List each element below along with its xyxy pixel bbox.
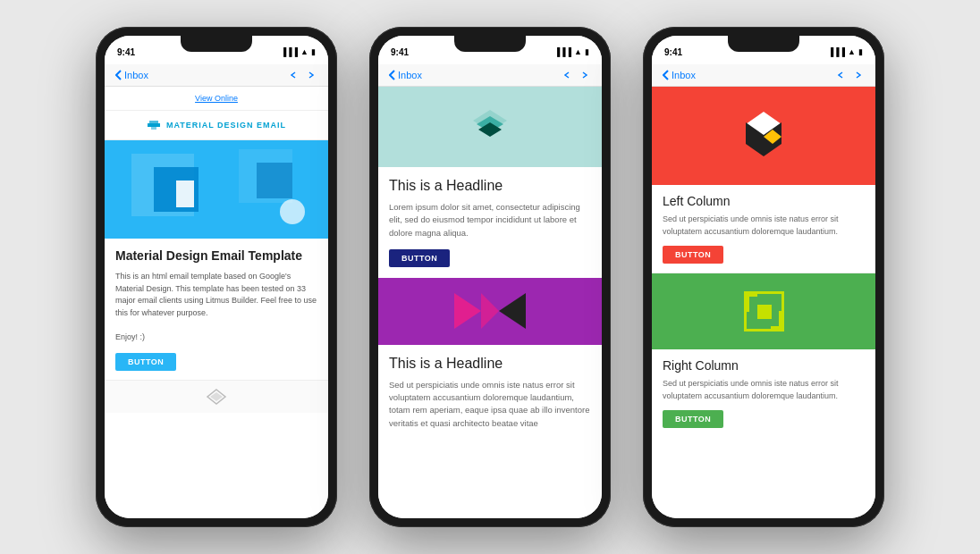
notch-2 (454, 36, 526, 52)
phone-2-nav-bar: Inbox (378, 64, 602, 87)
phone-2-status-icons: ▐▐▐ ▲ ▮ (554, 47, 589, 56)
phone-2-hero-teal (378, 87, 602, 167)
phone-1-screen: 9:41 ▐▐▐ ▲ ▮ Inbox View Online (105, 36, 328, 518)
phone-3-right-button[interactable]: BUTTON (663, 410, 723, 428)
signal-icon-2: ▐▐▐ (554, 47, 571, 56)
svg-rect-2 (151, 126, 156, 130)
svg-rect-1 (149, 121, 158, 124)
battery-icon-2: ▮ (585, 47, 589, 56)
signal-icon: ▐▐▐ (281, 47, 298, 56)
phone-3-nav-arrows (834, 70, 865, 80)
box-icon-red (732, 105, 795, 167)
svg-rect-25 (757, 305, 772, 319)
phone-1-footer (105, 380, 328, 413)
notch (181, 36, 252, 52)
phone-3-status-bar: 9:41 ▐▐▐ ▲ ▮ (652, 36, 875, 64)
phone-2-section1: This is a Headline Lorem ipsum dolor sit… (378, 167, 602, 278)
phone-1: 9:41 ▐▐▐ ▲ ▮ Inbox View Online (96, 27, 337, 527)
hero-shapes-svg (105, 140, 328, 239)
wifi-icon-3: ▲ (848, 47, 856, 56)
phone-1-time: 9:41 (117, 47, 135, 57)
phone-3-back-label: Inbox (672, 70, 696, 80)
brand-title: MATERIAL DESIGN EMAIL (166, 121, 286, 130)
phone-3-left-headline: Left Column (663, 194, 865, 208)
phone-2-hero-purple (378, 278, 602, 345)
phone-3-left-button[interactable]: BUTTON (663, 246, 723, 264)
phone-2-body1: Lorem ipsum dolor sit amet, consectetur … (389, 201, 591, 239)
phone-1-status-icons: ▐▐▐ ▲ ▮ (281, 47, 316, 56)
footer-logo (203, 388, 230, 406)
phone-3-status-icons: ▐▐▐ ▲ ▮ (828, 47, 863, 56)
phone-3-hero-green (652, 273, 875, 349)
phone-1-hero-image (105, 140, 328, 239)
svg-marker-17 (481, 293, 499, 329)
play-icon (454, 289, 526, 333)
phone-1-nav-arrows (287, 70, 317, 80)
phone-2-section2: This is a Headline Sed ut perspiciatis u… (378, 345, 602, 449)
phone-3-back-button[interactable]: Inbox (663, 70, 696, 80)
phone-2-screen: 9:41 ▐▐▐ ▲ ▮ Inbox (378, 36, 602, 518)
phone-2-body2: Sed ut perspiciatis unde omnis iste natu… (389, 379, 591, 430)
phone-1-headline: Material Design Email Template (115, 248, 317, 264)
phone-1-email-content: View Online MATERIAL DESIGN EMAIL (105, 87, 328, 518)
phone-1-back-label: Inbox (124, 70, 148, 80)
phone-3-nav-bar: Inbox (652, 64, 875, 87)
phone-3-hero-red (652, 87, 875, 185)
phone-3-email-content: Left Column Sed ut perspiciatis unde omn… (652, 87, 875, 518)
phone-1-button[interactable]: BUTTON (115, 353, 176, 371)
phones-container: 9:41 ▐▐▐ ▲ ▮ Inbox View Online (78, 9, 902, 545)
phone-3-right-headline: Right Column (663, 358, 865, 373)
brand-icon (147, 118, 161, 132)
phone-2-headline2: This is a Headline (389, 356, 591, 372)
svg-rect-6 (176, 180, 194, 207)
phone-3-left-body: Sed ut perspiciatis unde omnis iste natu… (663, 214, 865, 238)
svg-point-9 (280, 199, 305, 224)
phone-2-status-bar: 9:41 ▐▐▐ ▲ ▮ (378, 36, 602, 64)
svg-rect-8 (257, 163, 292, 198)
wifi-icon: ▲ (300, 47, 308, 56)
phone-2-time: 9:41 (391, 47, 409, 57)
notch-3 (728, 36, 799, 52)
phone-3-left-col: Left Column Sed ut perspiciatis unde omn… (652, 185, 875, 273)
phone-3-right-col: Right Column Sed ut perspiciatis unde om… (652, 349, 875, 437)
svg-marker-16 (499, 293, 526, 329)
phone-1-back-button[interactable]: Inbox (115, 70, 148, 80)
layers-icon (466, 103, 515, 152)
battery-icon: ▮ (311, 47, 316, 56)
phone-1-nav-bar: Inbox (105, 64, 328, 87)
wifi-icon-2: ▲ (574, 47, 582, 56)
view-online-link[interactable]: View Online (105, 87, 328, 111)
phone-2-nav-arrows (561, 70, 591, 80)
svg-marker-15 (454, 293, 481, 329)
battery-icon-3: ▮ (858, 47, 863, 56)
phone-2-back-label: Inbox (398, 70, 422, 80)
phone-3-right-body: Sed ut perspiciatis unde omnis iste natu… (663, 378, 865, 402)
brand-header: MATERIAL DESIGN EMAIL (105, 111, 328, 140)
box-icon-green (739, 287, 789, 336)
phone-2-button1[interactable]: BUTTON (389, 249, 450, 267)
phone-2-back-button[interactable]: Inbox (389, 70, 422, 80)
phone-2-headline1: This is a Headline (389, 178, 591, 194)
phone-3-screen: 9:41 ▐▐▐ ▲ ▮ Inbox (652, 36, 875, 518)
phone-3: 9:41 ▐▐▐ ▲ ▮ Inbox (643, 27, 884, 527)
phone-3-time: 9:41 (664, 47, 682, 57)
phone-2-email-content: This is a Headline Lorem ipsum dolor sit… (378, 87, 602, 518)
phone-1-email-body: Material Design Email Template This is a… (105, 239, 328, 380)
phone-1-body-text: This is an html email template based on … (115, 271, 317, 343)
signal-icon-3: ▐▐▐ (828, 47, 845, 56)
phone-1-status-bar: 9:41 ▐▐▐ ▲ ▮ (105, 36, 328, 64)
phone-2: 9:41 ▐▐▐ ▲ ▮ Inbox (369, 27, 611, 527)
